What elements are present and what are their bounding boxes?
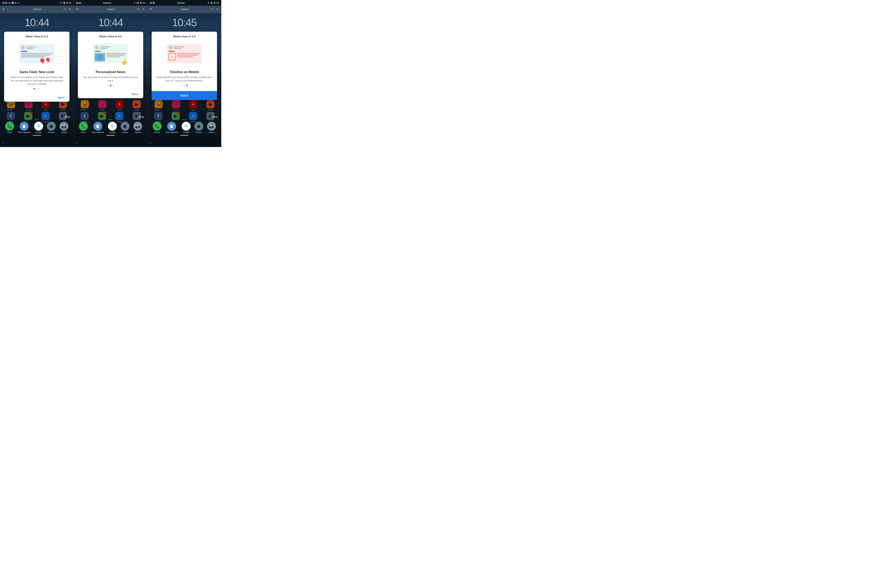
text-lines-short [26,46,36,49]
status-right-2: ⚡ ▾ ▌ 🔋 4% [134,2,145,4]
wifi-icon: ▾ [63,2,63,4]
dock-chrome-icon-3: ◉ [194,122,203,130]
dock-chrome-2[interactable]: ◉ Chrome [120,122,129,134]
voice-search-icon-2[interactable]: 🎙 [143,8,145,11]
card-content-2: What's New in 5.0 [78,32,143,91]
status-bar-2: 10:44 inshorts ⚡ ▾ ▌ 🔋 4% [74,0,147,6]
search-bar-2[interactable]: 🔍 Search 📷 🎙 [74,6,147,13]
dock-sms-icon-3: 📋 [167,122,176,130]
dot-1-3 [39,88,40,90]
dot-1-2 [36,88,38,90]
news-illus: 🌐 👆 [90,42,131,66]
timeline-line-1 [177,53,200,54]
dock-sms-label-3: SMS Organizer [165,131,178,134]
dock-camera-icon-2: 📷 [133,122,142,130]
dock-google-icon-2: G [108,122,117,130]
dock-phone-2[interactable]: 📞 Phone [79,122,88,134]
dock-sms-2[interactable]: 📋 SMS Organizer [92,122,104,134]
avatar-circle-3 [168,45,173,50]
back-arrow-2[interactable]: ‹ [76,141,77,145]
home-pill-1 [33,135,41,136]
voice-search-icon[interactable]: 🎙 [69,8,71,11]
bing-label-1: b Bing [63,116,70,118]
next-button-1[interactable]: Next › [58,96,65,99]
dock-camera-2[interactable]: 📷 Camera [133,122,142,134]
got-it-button[interactable]: Got it [152,91,217,100]
clock-display-1: 10:44 [0,16,74,28]
content-line-3 [21,56,46,57]
modal-card-2: What's New in 5.0 [78,32,143,98]
text-line-2 [26,48,33,49]
dock-phone-1[interactable]: 📞 Phone [5,122,14,134]
avatar-row [21,45,53,50]
search-text-2: Search [107,8,137,11]
dock-google-1[interactable]: G Google [34,122,43,134]
wifi-icon-3: ▾ [210,2,211,4]
timeline-content-row: ✓ [168,53,200,60]
illustration-1: 🎈 🎈 [8,41,65,68]
bluetooth-icon-3: ⚡ [207,2,209,4]
dock-chrome-3[interactable]: ◉ Chrome [194,122,203,134]
timeline-line-2 [177,55,198,56]
dock-chrome-1[interactable]: ◉ Chrome [47,122,56,134]
dock-camera-icon-3: 📷 [207,122,216,130]
search-bar-1[interactable]: 🔍 Search 📷 🎙 [0,6,74,13]
dock-google-3[interactable]: G Google [182,122,191,134]
clock-display-3: 10:45 [147,16,221,28]
battery-icon-3: 🔋 [214,2,216,4]
bing-bar-1: b Bing [0,114,74,119]
camera-search-icon-3[interactable]: 📷 [211,8,214,11]
phone-panel-1: 10:44 📷 💬 ⊙ ✦ • ⚡ ▾ ▌ 🔋 4% 🔍 Search 📷 🎙 … [0,0,74,147]
next-label-2: Next [132,93,137,96]
next-chevron-2: › [138,93,139,96]
search-icon-1: 🔍 [3,8,32,11]
next-button-2[interactable]: Next › [132,93,139,96]
dock-google-2[interactable]: G Google [108,122,117,134]
search-text-3: Search [181,8,211,11]
hand-pointing-icon: 👆 [121,59,128,65]
home-indicator-1 [0,135,74,137]
voice-search-icon-3[interactable]: 🎙 [216,8,219,11]
dot-2-1 [107,85,109,86]
nav-dots-1 [0,119,74,120]
signal-icon-3: ▌ [212,2,213,4]
bottom-area-2: b Bing 📞 Phone 📋 SMS Organizer G Google … [74,114,147,147]
status-left-1: 10:44 📷 💬 ⊙ ✦ • [2,2,20,4]
accent-bar-orange [168,51,175,52]
dock-sms-1[interactable]: 📋 SMS Organizer [18,122,30,134]
dock-sms-3[interactable]: 📋 SMS Organizer [165,122,178,134]
camera-search-icon[interactable]: 📷 [63,8,66,11]
search-actions-3: 📷 🎙 [211,8,219,11]
text-line-3-1 [174,46,184,47]
card-title-3: What's New in 5.0 [156,35,213,38]
dock-camera-1[interactable]: 📷 Camera [59,122,68,134]
status-right-3: ⚡ ▾ ▌ 🔋 4% [207,2,219,4]
back-arrow-1[interactable]: ‹ [3,141,3,145]
text-line-2-1 [100,46,110,47]
timeline-text-lines [177,53,200,60]
status-bar-1: 10:44 📷 💬 ⊙ ✦ • ⚡ ▾ ▌ 🔋 4% [0,0,74,6]
dock-sms-label-1: SMS Organizer [18,131,30,134]
content-line-1 [21,53,53,54]
back-arrow-3[interactable]: ‹ [150,141,151,145]
bing-label-2: b Bing [137,116,144,118]
nav-dots-2 [74,119,147,120]
dock-phone-3[interactable]: 📞 Phone [153,122,162,134]
accent-bar-blue [21,51,27,52]
bing-bar-2: b Bing [74,114,147,119]
camera-search-icon-2[interactable]: 📷 [137,8,140,11]
signal-icon-2: ▌ [138,2,139,4]
dock-sms-label-2: SMS Organizer [92,131,104,134]
dot-3-active [187,85,188,86]
nav-dots-3 [147,119,221,120]
dot-2-active [110,85,111,86]
pagination-dots-1 [8,88,65,90]
card-title-2: What's New in 5.0 [82,35,139,38]
wifi-icon-2: ▾ [136,2,137,4]
dock-google-icon-3: G [182,122,191,130]
news-image: 🌐 [95,53,105,61]
dock-icons-1: 📞 Phone 📋 SMS Organizer G Google ◉ Chrom… [0,121,74,135]
dock-camera-3[interactable]: 📷 Camera [207,122,216,134]
text-line-1 [26,46,36,47]
search-bar-3[interactable]: 🔍 Search 📷 🎙 [147,6,221,13]
